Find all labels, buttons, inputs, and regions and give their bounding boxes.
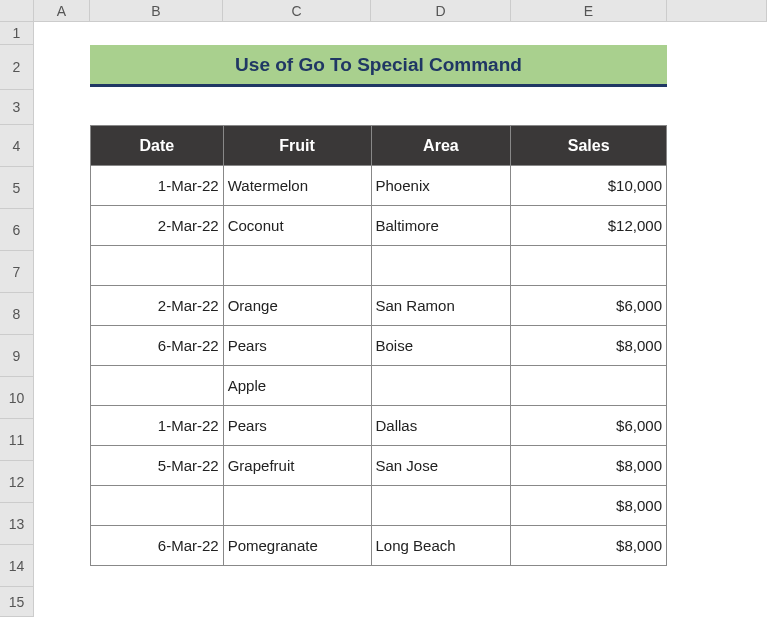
row-header-12[interactable]: 12	[0, 461, 33, 503]
col-header-E[interactable]: E	[511, 0, 667, 21]
cell-sales[interactable]: $8,000	[511, 526, 667, 566]
header-sales[interactable]: Sales	[511, 126, 667, 166]
row-header-2[interactable]: 2	[0, 45, 33, 90]
table-row	[91, 246, 667, 286]
header-fruit[interactable]: Fruit	[223, 126, 371, 166]
cell-area[interactable]: Phoenix	[371, 166, 511, 206]
cell-date[interactable]: 6-Mar-22	[91, 326, 224, 366]
table-row: 6-Mar-22PomegranateLong Beach$8,000	[91, 526, 667, 566]
row-header-11[interactable]: 11	[0, 419, 33, 461]
row-header-6[interactable]: 6	[0, 209, 33, 251]
cell-area[interactable]	[371, 486, 511, 526]
cell-fruit[interactable]: Pears	[223, 406, 371, 446]
cell-fruit[interactable]: Apple	[223, 366, 371, 406]
row-header-5[interactable]: 5	[0, 167, 33, 209]
cell-fruit[interactable]: Watermelon	[223, 166, 371, 206]
cell-area[interactable]: San Ramon	[371, 286, 511, 326]
cell-date[interactable]: 6-Mar-22	[91, 526, 224, 566]
spreadsheet-grid: ABCDE 123456789101112131415 Use of Go To…	[0, 0, 767, 629]
table-row: Apple	[91, 366, 667, 406]
cell-date[interactable]	[91, 486, 224, 526]
cell-date[interactable]: 1-Mar-22	[91, 406, 224, 446]
cell-sales[interactable]: $8,000	[511, 326, 667, 366]
cell-sales[interactable]: $10,000	[511, 166, 667, 206]
table-row: 1-Mar-22PearsDallas$6,000	[91, 406, 667, 446]
cell-sales[interactable]: $6,000	[511, 406, 667, 446]
row-header-8[interactable]: 8	[0, 293, 33, 335]
header-area[interactable]: Area	[371, 126, 511, 166]
cell-date[interactable]	[91, 366, 224, 406]
table-row: 6-Mar-22PearsBoise$8,000	[91, 326, 667, 366]
cell-area[interactable]: San Jose	[371, 446, 511, 486]
cell-area[interactable]	[371, 246, 511, 286]
table-row: 2-Mar-22CoconutBaltimore$12,000	[91, 206, 667, 246]
row-header-7[interactable]: 7	[0, 251, 33, 293]
cell-date[interactable]: 2-Mar-22	[91, 206, 224, 246]
cell-date[interactable]: 1-Mar-22	[91, 166, 224, 206]
row-header-14[interactable]: 14	[0, 545, 33, 587]
cell-fruit[interactable]: Orange	[223, 286, 371, 326]
row-header-13[interactable]: 13	[0, 503, 33, 545]
row-header-15[interactable]: 15	[0, 587, 33, 617]
cell-fruit[interactable]: Coconut	[223, 206, 371, 246]
cell-sales[interactable]	[511, 246, 667, 286]
cell-fruit[interactable]: Pears	[223, 326, 371, 366]
cell-fruit[interactable]	[223, 246, 371, 286]
cell-sales[interactable]: $12,000	[511, 206, 667, 246]
cell-fruit[interactable]: Pomegranate	[223, 526, 371, 566]
header-date[interactable]: Date	[91, 126, 224, 166]
cell-area[interactable]: Dallas	[371, 406, 511, 446]
col-header-D[interactable]: D	[371, 0, 511, 21]
row-header-9[interactable]: 9	[0, 335, 33, 377]
cell-date[interactable]	[91, 246, 224, 286]
row-headers-column: 123456789101112131415	[0, 22, 34, 617]
column-headers-row: ABCDE	[34, 0, 767, 22]
col-header-C[interactable]: C	[223, 0, 371, 21]
cell-date[interactable]: 2-Mar-22	[91, 286, 224, 326]
col-header-blank[interactable]	[667, 0, 767, 21]
row-header-1[interactable]: 1	[0, 22, 33, 45]
cell-fruit[interactable]	[223, 486, 371, 526]
cell-sales[interactable]: $6,000	[511, 286, 667, 326]
col-header-A[interactable]: A	[34, 0, 90, 21]
cell-date[interactable]: 5-Mar-22	[91, 446, 224, 486]
table-row: $8,000	[91, 486, 667, 526]
table-row: 5-Mar-22GrapefruitSan Jose$8,000	[91, 446, 667, 486]
title-text: Use of Go To Special Command	[235, 54, 522, 76]
cell-sales[interactable]: $8,000	[511, 486, 667, 526]
cell-area[interactable]: Baltimore	[371, 206, 511, 246]
cell-area[interactable]: Boise	[371, 326, 511, 366]
title-band[interactable]: Use of Go To Special Command	[90, 45, 667, 87]
data-table: Date Fruit Area Sales 1-Mar-22Watermelon…	[90, 125, 667, 566]
cell-fruit[interactable]: Grapefruit	[223, 446, 371, 486]
select-all-corner[interactable]	[0, 0, 34, 22]
table-row: 2-Mar-22OrangeSan Ramon$6,000	[91, 286, 667, 326]
cell-sales[interactable]	[511, 366, 667, 406]
row-header-3[interactable]: 3	[0, 90, 33, 125]
cell-area[interactable]	[371, 366, 511, 406]
row-header-4[interactable]: 4	[0, 125, 33, 167]
col-header-B[interactable]: B	[90, 0, 223, 21]
table-row: 1-Mar-22WatermelonPhoenix$10,000	[91, 166, 667, 206]
row-header-10[interactable]: 10	[0, 377, 33, 419]
cell-sales[interactable]: $8,000	[511, 446, 667, 486]
cell-area[interactable]: Long Beach	[371, 526, 511, 566]
table-header-row: Date Fruit Area Sales	[91, 126, 667, 166]
